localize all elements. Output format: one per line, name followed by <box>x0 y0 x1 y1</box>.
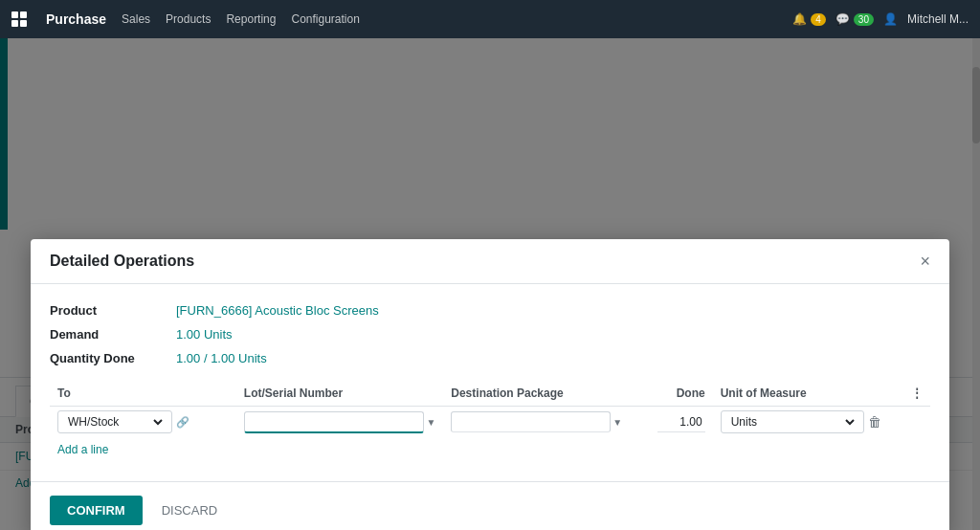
demand-value: 1.00 Units <box>176 327 233 342</box>
app-logo <box>11 11 27 27</box>
notification-icon[interactable]: 🔔 <box>792 12 807 26</box>
th-uom: Unit of Measure <box>713 381 889 407</box>
confirm-button[interactable]: CONFIRM <box>50 496 143 525</box>
top-nav: Sales Products Reporting Configuration <box>122 12 360 26</box>
badge-count2: 30 <box>854 13 874 26</box>
user-name[interactable]: Mitchell M... <box>907 12 969 26</box>
th-more[interactable]: ⋮ <box>889 381 930 407</box>
topbar-icons: 🔔 4 💬 30 👤 Mitchell M... <box>792 12 969 26</box>
td-to: WH/Stock 🔗 <box>50 407 236 438</box>
to-select-input[interactable]: WH/Stock <box>64 414 166 430</box>
product-label: Product <box>50 303 165 318</box>
demand-label: Demand <box>50 327 165 342</box>
modal-title: Detailed Operations <box>50 253 194 270</box>
badge-count1: 4 <box>811 13 826 26</box>
messages-icon[interactable]: 💬 <box>835 12 850 26</box>
lot-input[interactable] <box>244 411 425 433</box>
product-value[interactable]: [FURN_6666] Acoustic Bloc Screens <box>176 303 379 318</box>
page-background: Operations Additional Info Note Product … <box>0 38 980 530</box>
add-line-button[interactable]: Add a line <box>50 437 116 462</box>
modal-body: Product [FURN_6666] Acoustic Bloc Screen… <box>31 284 949 481</box>
nav-products[interactable]: Products <box>166 12 211 26</box>
lot-dropdown-icon[interactable]: ▼ <box>426 417 435 428</box>
uom-select-input[interactable]: Units <box>727 414 858 430</box>
operations-table: To Lot/Serial Number Destination Package… <box>50 381 930 437</box>
dest-input[interactable] <box>451 411 611 432</box>
nav-reporting[interactable]: Reporting <box>226 12 276 26</box>
external-link-icon[interactable]: 🔗 <box>176 416 189 429</box>
td-done: 1.00 <box>630 407 713 438</box>
to-select[interactable]: WH/Stock <box>57 410 172 433</box>
qty-done-field-row: Quantity Done 1.00 / 1.00 Units <box>50 351 930 365</box>
uom-select[interactable]: Units <box>721 410 864 433</box>
qty-done-value: 1.00 / 1.00 Units <box>176 351 267 365</box>
topbar: Purchase Sales Products Reporting Config… <box>0 0 980 38</box>
th-lot: Lot/Serial Number <box>236 381 443 407</box>
nav-configuration[interactable]: Configuration <box>291 12 359 26</box>
qty-done-label: Quantity Done <box>50 351 165 365</box>
done-input[interactable]: 1.00 <box>657 412 705 432</box>
user-avatar[interactable]: 👤 <box>883 12 898 26</box>
detailed-operations-modal: Detailed Operations × Product [FURN_6666… <box>31 239 949 530</box>
td-dest: ▼ <box>443 407 630 438</box>
product-field-row: Product [FURN_6666] Acoustic Bloc Screen… <box>50 303 930 318</box>
th-dest: Destination Package <box>443 381 630 407</box>
td-more <box>889 407 930 438</box>
nav-sales[interactable]: Sales <box>122 12 150 26</box>
modal-close-button[interactable]: × <box>920 253 930 270</box>
th-done: Done <box>630 381 713 407</box>
td-lot: ▼ <box>236 407 443 438</box>
table-row: WH/Stock 🔗 ▼ <box>50 407 930 438</box>
td-uom: Units 🗑 <box>713 407 889 438</box>
th-to: To <box>50 381 236 407</box>
row-delete-button[interactable]: 🗑 <box>868 414 881 430</box>
demand-field-row: Demand 1.00 Units <box>50 327 930 342</box>
modal-header: Detailed Operations × <box>31 239 949 284</box>
modal-footer: CONFIRM DISCARD <box>31 481 949 530</box>
discard-button[interactable]: DISCARD <box>152 496 228 525</box>
dest-dropdown-icon[interactable]: ▼ <box>612 417 622 428</box>
app-name[interactable]: Purchase <box>46 11 106 27</box>
